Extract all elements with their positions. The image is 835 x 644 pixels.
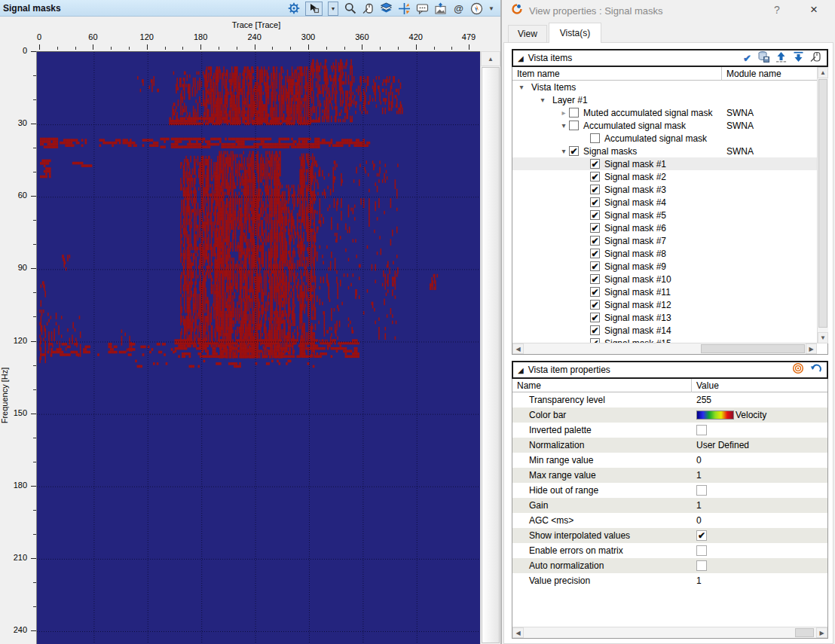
- scroll-thumb[interactable]: [701, 344, 805, 353]
- tree-row[interactable]: ✔Signal mask #4: [512, 196, 817, 209]
- property-row[interactable]: Enable errors on matrix: [512, 543, 827, 558]
- property-value[interactable]: 255: [696, 395, 711, 405]
- collapse-triangle-icon[interactable]: ◢: [518, 366, 524, 374]
- chevron-right-icon[interactable]: ▸: [558, 108, 569, 117]
- plot-vertical-scrollbar[interactable]: ▲: [480, 51, 500, 644]
- item-checkbox[interactable]: ✔: [590, 185, 600, 194]
- property-row[interactable]: AGC <ms>0: [512, 513, 827, 528]
- properties-horizontal-scrollbar[interactable]: ◀ ▶: [512, 627, 827, 638]
- item-checkbox[interactable]: ✔: [569, 146, 579, 156]
- chevron-down-icon[interactable]: ▾: [516, 83, 527, 91]
- at-sign-icon[interactable]: @: [452, 2, 465, 15]
- mouse-icon[interactable]: [362, 2, 375, 15]
- copy-settings-icon[interactable]: [757, 50, 769, 66]
- property-row[interactable]: Max range value1: [512, 468, 827, 483]
- vista-item-properties-header[interactable]: ◢ Vista item properties: [512, 361, 828, 379]
- property-row[interactable]: Show interpolated values✔: [512, 528, 827, 543]
- check-icon[interactable]: ✔: [743, 53, 751, 64]
- compass-dropdown[interactable]: ▼: [488, 5, 494, 12]
- move-bottom-icon[interactable]: [793, 51, 804, 66]
- tree-row[interactable]: ✔Signal mask #6: [512, 221, 817, 234]
- signal-masks-plot[interactable]: [36, 51, 480, 644]
- scroll-right-button[interactable]: ▶: [816, 627, 827, 638]
- scroll-up-button[interactable]: ▲: [818, 67, 828, 78]
- property-checkbox[interactable]: [696, 560, 707, 571]
- colorbar-swatch[interactable]: [696, 411, 734, 420]
- tree-row[interactable]: ✔Signal mask #13: [512, 311, 817, 324]
- tree-row[interactable]: ✔Signal mask #2: [512, 170, 817, 183]
- column-module-name[interactable]: Module name: [726, 69, 781, 79]
- item-checkbox[interactable]: ✔: [590, 313, 600, 322]
- item-checkbox[interactable]: ✔: [590, 223, 600, 233]
- item-checkbox[interactable]: ✔: [590, 210, 600, 220]
- item-checkbox[interactable]: ✔: [590, 172, 600, 182]
- tree-row[interactable]: ▸Muted accumulated signal maskSWNA: [512, 106, 817, 119]
- select-tool-button[interactable]: [305, 2, 323, 16]
- help-button[interactable]: ?: [770, 4, 784, 16]
- tree-row[interactable]: ✔Signal mask #8: [512, 247, 817, 260]
- tab-view[interactable]: View: [508, 25, 547, 43]
- property-row[interactable]: Gain1: [512, 498, 827, 513]
- crosshair-icon[interactable]: [398, 2, 411, 15]
- target-icon[interactable]: [792, 362, 804, 377]
- column-name[interactable]: Name: [517, 380, 541, 391]
- tree-column-headers[interactable]: Item name Module name: [512, 67, 827, 81]
- item-checkbox[interactable]: [569, 121, 579, 130]
- undo-icon[interactable]: [810, 362, 822, 377]
- layers-icon[interactable]: [380, 2, 393, 15]
- property-row[interactable]: Transparency level255: [512, 392, 827, 407]
- property-checkbox[interactable]: [696, 545, 707, 556]
- property-value[interactable]: 0: [696, 515, 702, 526]
- comment-icon[interactable]: [416, 2, 429, 15]
- item-checkbox[interactable]: [590, 133, 600, 143]
- property-row[interactable]: Hide out of range: [512, 483, 827, 498]
- item-checkbox[interactable]: ✔: [590, 274, 600, 284]
- tree-row[interactable]: ✔Signal mask #1: [512, 157, 817, 170]
- property-row[interactable]: Auto normalization: [512, 558, 827, 573]
- close-button[interactable]: ×: [806, 2, 821, 17]
- tree-row[interactable]: ✔Signal mask #10: [512, 273, 817, 285]
- tree-horizontal-scrollbar[interactable]: ◀ ▶: [512, 343, 817, 354]
- mouse-disable-icon[interactable]: [810, 50, 822, 66]
- tree-row[interactable]: ✔Signal mask #3: [512, 183, 817, 196]
- tree-row[interactable]: ✔Signal mask #12: [512, 298, 817, 311]
- item-checkbox[interactable]: ✔: [590, 287, 600, 297]
- scroll-left-button[interactable]: ◀: [512, 627, 524, 638]
- vista-items-header[interactable]: ◢ Vista items ✔: [512, 49, 828, 67]
- tree-row[interactable]: ✔Signal mask #9: [512, 260, 817, 273]
- property-checkbox[interactable]: ✔: [696, 530, 707, 541]
- column-value[interactable]: Value: [696, 380, 719, 391]
- item-checkbox[interactable]: [569, 108, 579, 118]
- property-value[interactable]: 0: [696, 455, 702, 465]
- item-checkbox[interactable]: ✔: [590, 261, 600, 271]
- scroll-up-button[interactable]: ▲: [481, 51, 500, 66]
- tab-vistas[interactable]: Vista(s): [549, 23, 601, 43]
- property-row[interactable]: Min range value0: [512, 453, 827, 468]
- property-row[interactable]: Value precision1: [512, 573, 827, 588]
- chevron-down-icon[interactable]: ▾: [537, 96, 548, 104]
- zoom-icon[interactable]: [344, 2, 356, 15]
- column-item-name[interactable]: Item name: [517, 69, 560, 79]
- property-value[interactable]: 1: [696, 470, 702, 481]
- property-checkbox[interactable]: [696, 485, 707, 496]
- scroll-thumb[interactable]: [482, 67, 500, 643]
- properties-column-headers[interactable]: Name Value: [512, 379, 827, 392]
- tree-row[interactable]: ▾Accumulated signal maskSWNA: [512, 119, 817, 132]
- item-checkbox[interactable]: ✔: [590, 249, 600, 258]
- property-value[interactable]: 1: [696, 500, 702, 511]
- item-checkbox[interactable]: ✔: [590, 159, 600, 169]
- tree-row[interactable]: ✔Signal mask #5: [512, 209, 817, 221]
- tree-row[interactable]: ✔Signal mask #7: [512, 234, 817, 247]
- item-checkbox[interactable]: ✔: [590, 197, 600, 207]
- chevron-down-icon[interactable]: ▾: [558, 147, 569, 155]
- property-row[interactable]: Color barVelocity: [512, 407, 827, 423]
- select-tool-dropdown[interactable]: ▼: [328, 2, 338, 16]
- tree-row[interactable]: ✔Signal mask #14: [512, 324, 817, 337]
- property-checkbox[interactable]: [696, 425, 707, 435]
- scroll-thumb[interactable]: [818, 79, 827, 328]
- property-value[interactable]: 1: [696, 575, 702, 586]
- tree-row[interactable]: ✔Signal mask #11: [512, 285, 817, 298]
- scroll-right-button[interactable]: ▶: [806, 343, 817, 354]
- scroll-down-button[interactable]: ▼: [818, 332, 828, 343]
- tree-row[interactable]: Accumulated signal mask: [512, 132, 817, 145]
